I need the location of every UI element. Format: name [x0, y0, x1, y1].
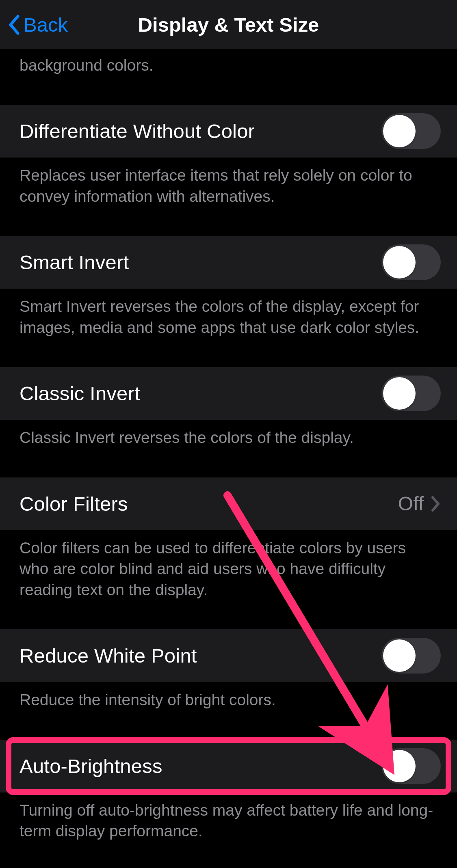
back-button[interactable]: Back: [8, 0, 68, 49]
row-color-filters-footer: Color filters can be used to differentia…: [0, 530, 457, 629]
row-color-filters-label: Color Filters: [19, 492, 398, 515]
navbar: Back Display & Text Size: [0, 0, 457, 49]
row-color-filters[interactable]: Color Filters Off: [0, 477, 457, 530]
row-differentiate-label: Differentiate Without Color: [19, 120, 381, 143]
toggle-differentiate[interactable]: [381, 113, 441, 149]
row-reduce-white-point-footer: Reduce the intensity of bright colors.: [0, 682, 457, 739]
settings-content: background colors. Differentiate Without…: [0, 49, 457, 854]
chevron-left-icon: [8, 15, 20, 35]
row-differentiate: Differentiate Without Color: [0, 105, 457, 158]
row-classic-invert: Classic Invert: [0, 367, 457, 420]
row-classic-invert-label: Classic Invert: [19, 382, 381, 405]
row-color-filters-value: Off: [398, 492, 424, 515]
toggle-classic-invert[interactable]: [381, 376, 441, 411]
row-reduce-white-point-label: Reduce White Point: [19, 644, 381, 667]
row-smart-invert-label: Smart Invert: [19, 251, 381, 274]
row-auto-brightness-label: Auto-Brightness: [19, 755, 381, 777]
row-differentiate-footer: Replaces user interface items that rely …: [0, 158, 457, 236]
toggle-smart-invert[interactable]: [381, 244, 441, 280]
chevron-right-icon: [431, 496, 441, 512]
page-title: Display & Text Size: [138, 13, 319, 36]
row-auto-brightness-footer: Turning off auto-brightness may affect b…: [0, 792, 457, 854]
row-auto-brightness: Auto-Brightness: [0, 740, 457, 792]
highlight-auto-brightness: Auto-Brightness: [0, 740, 457, 792]
row-reduce-white-point: Reduce White Point: [0, 629, 457, 682]
partial-footer-top: background colors.: [0, 49, 457, 105]
row-smart-invert-footer: Smart Invert reverses the colors of the …: [0, 289, 457, 367]
back-label: Back: [24, 13, 68, 36]
row-classic-invert-footer: Classic Invert reverses the colors of th…: [0, 420, 457, 477]
toggle-reduce-white-point[interactable]: [381, 638, 441, 674]
row-smart-invert: Smart Invert: [0, 236, 457, 289]
toggle-auto-brightness[interactable]: [381, 748, 441, 784]
